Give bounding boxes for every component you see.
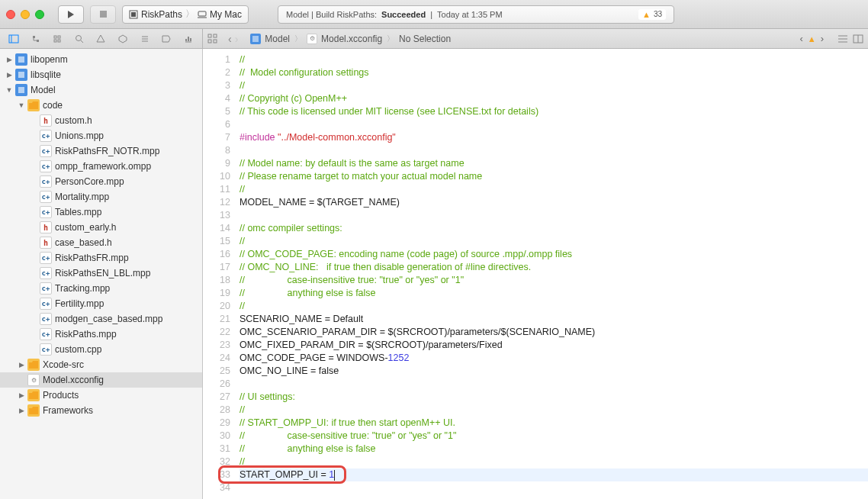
code-line[interactable] [240,378,868,391]
add-editor-button[interactable] [853,34,863,43]
svg-rect-30 [208,40,211,43]
close-window-button[interactable] [6,10,15,19]
code-line[interactable]: // [240,300,868,313]
navigator-row[interactable]: ▶libopenm [0,52,202,67]
navigator-row[interactable]: ▼code [0,98,202,113]
code-line[interactable]: OMC_NO_LINE = false [240,365,868,378]
activity-status[interactable]: Model | Build RiskPaths: Succeeded | Tod… [278,5,674,24]
cfg-icon: ⚙ [27,374,40,386]
c-icon: c+ [40,145,52,157]
code-line[interactable]: // START_OMPP_UI: if true then start ope… [240,417,868,430]
navigator-row[interactable]: ⚙Model.xcconfig [0,372,202,388]
code-line[interactable] [240,144,868,157]
navigator-row[interactable]: ▼Model [0,82,202,98]
code-line[interactable]: // UI settings: [240,391,868,404]
code-line[interactable]: // OMC_NO_LINE: if true then disable gen… [240,261,868,274]
issue-navigator-tab[interactable] [93,31,108,47]
navigator-row[interactable]: c+Unions.mpp [0,128,202,143]
file-name-label: Products [43,390,79,401]
code-line[interactable]: MODEL_NAME = $(TARGET_NAME) [240,196,868,209]
file-name-label: RiskPathsEN_LBL.mpp [55,268,150,278]
navigator-row[interactable]: c+modgen_case_based.mpp [0,311,202,327]
code-line[interactable]: // [240,456,868,468]
source-editor[interactable]: 1234567891011121314151617181920212223242… [203,49,868,499]
project-navigator-tab[interactable] [6,31,21,47]
file-name-label: PersonCore.mpp [55,176,124,187]
source-control-navigator-tab[interactable] [28,31,43,47]
code-line[interactable]: // Please rename target to match your ac… [240,170,868,183]
navigator-row[interactable]: c+custom.cpp [0,342,202,357]
navigator-row[interactable]: c+PersonCore.mpp [0,174,202,189]
navigator-row[interactable]: hcustom.h [0,113,202,128]
xcconfig-file-icon: ⚙ [307,34,317,44]
prev-issue-button[interactable]: ‹ [799,33,802,44]
navigator-row[interactable]: hcase_based.h [0,235,202,250]
back-button[interactable]: ‹ [228,33,232,45]
code-line[interactable]: // anything else is false [240,287,868,300]
code-area[interactable]: //// Model configuration settings//// Co… [236,49,868,499]
code-line[interactable]: // omc compiler settings: [240,222,868,235]
c-icon: c+ [40,298,52,310]
navigator-row[interactable]: ▶libsqlite [0,67,202,82]
code-line[interactable]: OMC_CODE_PAGE = WINDOWS-1252 [240,352,868,365]
symbol-navigator-tab[interactable] [50,31,65,47]
minimize-window-button[interactable] [21,10,30,19]
debug-navigator-tab[interactable] [137,31,153,47]
code-line[interactable]: OMC_FIXED_PARAM_DIR = $(SRCROOT)/paramet… [240,339,868,352]
warning-count-badge[interactable]: ▲ 33 [638,9,666,20]
editor-options-button[interactable] [837,34,848,43]
breakpoint-navigator-tab[interactable] [159,31,174,47]
code-line[interactable]: // Model configuration settings [240,66,868,79]
file-name-label: libopenm [31,54,68,65]
code-line[interactable]: // case-sensitive true: "true" or "yes" … [240,430,868,443]
navigator-row[interactable]: ▶Products [0,388,202,403]
code-line[interactable] [240,481,868,494]
svg-rect-14 [54,40,56,42]
code-line[interactable]: // OMC_CODE_PAGE: encoding name (code pa… [240,248,868,261]
code-line[interactable]: #include "../Model-common.xcconfig" [240,131,868,144]
code-line[interactable]: START_OMPP_UI = 1 [240,468,868,481]
find-navigator-tab[interactable] [72,31,87,47]
breadcrumb-selection[interactable]: No Selection [399,34,451,44]
code-line[interactable] [240,209,868,222]
navigator-row[interactable]: c+Tables.mpp [0,204,202,220]
project-navigator[interactable]: ▶libopenm▶libsqlite▼Model▼codehcustom.hc… [0,49,203,499]
navigator-row[interactable]: c+Tracking.mpp [0,281,202,296]
breadcrumb-project[interactable]: Model [250,34,290,44]
navigator-row[interactable]: c+ompp_framework.ompp [0,159,202,174]
code-line[interactable]: OMC_SCENARIO_PARAM_DIR = $(SRCROOT)/para… [240,326,868,339]
scheme-project-name: RiskPaths [141,9,182,20]
code-line[interactable]: // Model name: by default is the same as… [240,157,868,170]
next-issue-button[interactable]: › [821,33,824,44]
zoom-window-button[interactable] [35,10,44,19]
navigator-row[interactable]: c+RiskPathsFR_NOTR.mpp [0,143,202,159]
forward-button[interactable]: › [235,33,239,45]
report-navigator-tab[interactable] [181,31,196,47]
navigator-row[interactable]: ▶Xcode-src [0,357,202,372]
code-line[interactable]: // [240,404,868,417]
navigator-row[interactable]: c+Fertility.mpp [0,296,202,311]
test-navigator-tab[interactable] [115,31,130,47]
related-items-icon[interactable] [207,34,217,43]
code-line[interactable] [240,118,868,131]
scheme-selector[interactable]: RiskPaths 〉 My Mac [122,5,249,24]
code-line[interactable]: // [240,183,868,196]
navigator-row[interactable]: c+Mortality.mpp [0,189,202,204]
code-line[interactable]: // [240,235,868,248]
navigator-row[interactable]: ▶Frameworks [0,403,202,418]
svg-rect-13 [58,36,60,38]
navigator-row[interactable]: hcustom_early.h [0,220,202,235]
navigator-row[interactable]: c+RiskPathsFR.mpp [0,250,202,266]
navigator-row[interactable]: c+RiskPaths.mpp [0,327,202,342]
navigator-row[interactable]: c+RiskPathsEN_LBL.mpp [0,266,202,281]
code-line[interactable]: // case-insensitive true: "true" or "yes… [240,274,868,287]
code-line[interactable]: SCENARIO_NAME = Default [240,313,868,326]
run-button[interactable] [58,5,84,24]
stop-button[interactable] [90,5,116,24]
code-line[interactable]: // This code is licensed under MIT licen… [240,105,868,118]
code-line[interactable]: // [240,53,868,66]
code-line[interactable]: // [240,79,868,92]
code-line[interactable]: // Copyright (c) OpenM++ [240,92,868,105]
code-line[interactable]: // anything else is false [240,443,868,456]
breadcrumb-file[interactable]: ⚙ Model.xcconfig [307,34,382,44]
